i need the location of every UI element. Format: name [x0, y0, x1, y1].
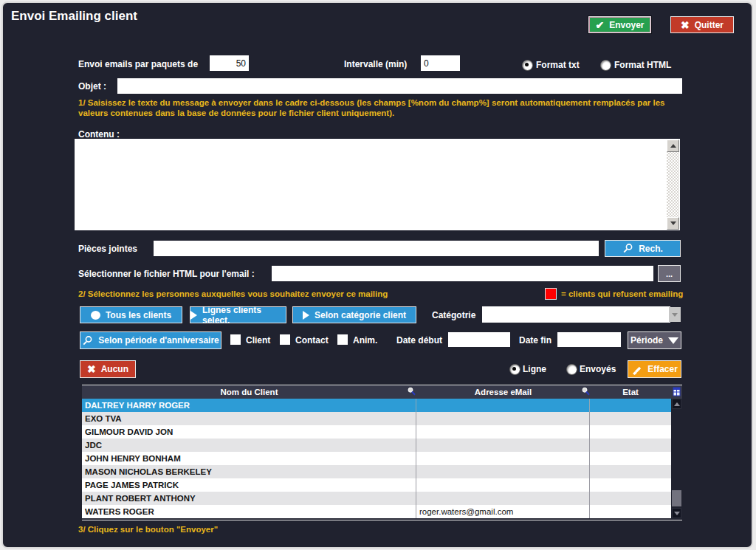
table-scrollbar[interactable]	[671, 399, 682, 518]
triangle-down-icon	[668, 337, 678, 344]
play-icon	[190, 311, 197, 320]
attachments-search-label: Rech.	[639, 244, 663, 254]
table-row[interactable]: MASON NICHOLAS BERKELEY	[82, 465, 671, 478]
interval-label: Intervalle (min)	[344, 59, 407, 69]
subject-label: Objet :	[78, 81, 106, 92]
refuse-legend-swatch	[545, 288, 557, 300]
selected-lines-label: Lignes clients select.	[202, 305, 286, 326]
category-select[interactable]	[482, 306, 670, 323]
ligne-radio[interactable]	[509, 364, 520, 375]
column-header-email[interactable]: Adresse eMail	[416, 385, 590, 399]
birthday-period-label: Selon période d'anniversaire	[98, 335, 219, 346]
html-file-input[interactable]	[272, 266, 653, 281]
chevron-down-icon	[672, 313, 678, 317]
content-textarea[interactable]	[75, 139, 680, 230]
client-checkbox-label: Client	[246, 335, 270, 346]
format-txt-radio[interactable]	[522, 60, 533, 71]
close-icon: ✖	[681, 19, 690, 31]
browse-button-label: ...	[666, 269, 673, 278]
send-button-label: Envoyer	[609, 20, 644, 30]
table-header: Nom du Client Adresse eMail Etat	[82, 385, 682, 399]
none-button[interactable]: ✖ Aucun	[80, 360, 136, 378]
scroll-down-icon[interactable]	[672, 508, 681, 518]
table-row[interactable]: JOHN HENRY BONHAM	[82, 452, 671, 465]
interval-input[interactable]	[421, 55, 460, 71]
send-button[interactable]: ✔ Envoyer	[588, 16, 651, 33]
attachments-label: Pièces jointes	[78, 244, 137, 254]
instruction-step2: 2/ Sélectionnez les personnes auxquelles…	[78, 289, 388, 298]
clear-button-label: Effacer	[647, 364, 678, 374]
contact-checkbox-label: Contact	[295, 335, 329, 346]
category-dropdown-button[interactable]	[669, 307, 681, 322]
envoyes-radio[interactable]	[566, 364, 577, 375]
subject-input[interactable]	[117, 78, 682, 94]
page-title: Envoi Emailing client	[11, 9, 137, 24]
content-label: Contenu :	[78, 129, 120, 140]
search-icon	[82, 335, 93, 346]
all-clients-button[interactable]: Tous les clients	[80, 306, 182, 323]
scrollbar-thumb[interactable]	[672, 490, 681, 506]
format-html-radio[interactable]	[600, 60, 611, 71]
play-icon	[303, 311, 309, 320]
app-window: Envoi Emailing client ✔ Envoyer ✖ Quitte…	[0, 0, 756, 550]
category-label: Catégotrie	[432, 310, 475, 320]
none-button-label: Aucun	[101, 364, 128, 374]
search-icon	[622, 243, 633, 254]
content-scrollbar[interactable]	[667, 140, 679, 230]
check-icon: ✔	[595, 19, 604, 31]
envoyes-radio-label: Envoyés	[580, 364, 616, 374]
circle-icon	[91, 311, 100, 320]
refuse-legend-label: = clients qui refusent emailing	[561, 289, 683, 298]
table-row[interactable]: EXO TVA	[82, 412, 671, 425]
attachments-input[interactable]	[154, 241, 599, 256]
quit-button[interactable]: ✖ Quitter	[670, 16, 734, 33]
table-row[interactable]: WATERS ROGER roger.waters@gmail.com	[82, 505, 671, 518]
instruction-step1: 1/ Saisissez le texte du message à envoy…	[78, 97, 678, 118]
date-end-label: Date fin	[519, 335, 551, 346]
batch-size-label: Envoi emails par paquets de	[78, 59, 198, 69]
birthday-period-button[interactable]: Selon période d'anniversaire	[80, 331, 221, 349]
column-header-name[interactable]: Nom du Client	[82, 385, 416, 399]
period-dropdown-button[interactable]: Période	[628, 331, 681, 349]
table-row[interactable]: PAGE JAMES PATRICK	[82, 478, 671, 492]
browse-button[interactable]: ...	[658, 265, 681, 282]
date-start-input[interactable]	[448, 332, 510, 347]
table-row[interactable]: PLANT ROBERT ANTHONY	[82, 492, 671, 505]
html-file-label: Sélectionner le fichier HTML pour l'emai…	[78, 269, 255, 279]
table-row[interactable]: GILMOUR DAVID JON	[82, 425, 671, 439]
batch-size-input[interactable]	[210, 55, 249, 71]
by-category-label: Selon catégorie client	[315, 310, 406, 320]
all-clients-label: Tous les clients	[106, 310, 171, 320]
quit-button-label: Quitter	[695, 20, 724, 30]
format-txt-label: Format txt	[536, 60, 580, 70]
ligne-radio-label: Ligne	[523, 364, 546, 374]
brush-icon	[631, 364, 642, 375]
period-label: Période	[630, 335, 663, 346]
client-table: Nom du Client Adresse eMail Etat DALTREY…	[82, 385, 682, 520]
scroll-up-icon[interactable]	[672, 399, 681, 409]
scroll-down-icon[interactable]	[667, 217, 679, 230]
date-start-label: Date début	[396, 335, 442, 346]
instruction-step3: 3/ Cliquez sur le bouton "Envoyer"	[78, 525, 218, 534]
column-header-etat[interactable]: Etat	[590, 385, 671, 399]
window-frame: Envoi Emailing client ✔ Envoyer ✖ Quitte…	[1, 1, 753, 549]
table-row[interactable]: JDC	[82, 439, 671, 452]
by-category-button[interactable]: Selon catégorie client	[292, 306, 416, 323]
x-icon: ✖	[87, 363, 96, 375]
selected-lines-button[interactable]: Lignes clients select.	[190, 306, 286, 323]
clear-button[interactable]: Effacer	[628, 360, 681, 378]
contact-checkbox[interactable]	[280, 334, 290, 345]
client-checkbox[interactable]	[230, 334, 241, 345]
attachments-search-button[interactable]: Rech.	[605, 240, 681, 257]
date-end-input[interactable]	[557, 332, 621, 347]
format-html-label: Format HTML	[614, 60, 671, 70]
anim-checkbox[interactable]	[337, 334, 348, 345]
anim-checkbox-label: Anim.	[353, 335, 377, 346]
table-row[interactable]: DALTREY HARRY ROGER	[82, 399, 671, 412]
scroll-up-icon[interactable]	[667, 140, 679, 152]
